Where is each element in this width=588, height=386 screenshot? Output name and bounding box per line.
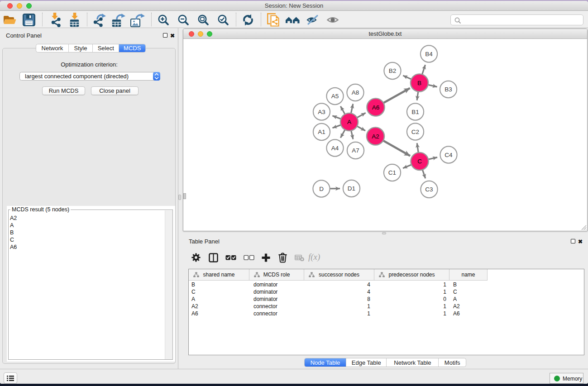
svg-text:C: C [417,158,422,165]
svg-text:A: A [347,119,351,125]
svg-text:B2: B2 [389,67,397,74]
svg-text:C1: C1 [388,169,396,176]
svg-text:A6: A6 [372,104,380,111]
svg-text:C3: C3 [425,186,433,193]
svg-text:B1: B1 [411,109,419,115]
svg-text:B3: B3 [445,86,452,93]
svg-text:A7: A7 [352,147,359,154]
svg-text:A3: A3 [318,109,325,115]
svg-text:D: D [319,186,324,192]
svg-text:f(x): f(x) [308,253,320,262]
svg-text:A1: A1 [318,129,325,135]
svg-text:C4: C4 [445,152,453,158]
svg-text:B: B [417,80,421,86]
svg-text:A2: A2 [372,133,379,140]
svg-text:D1: D1 [348,185,355,192]
svg-text:A8: A8 [352,89,359,96]
svg-text:A4: A4 [331,145,339,152]
svg-text:A5: A5 [331,93,339,100]
svg-text:B4: B4 [425,51,433,57]
svg-text:C2: C2 [411,129,419,135]
